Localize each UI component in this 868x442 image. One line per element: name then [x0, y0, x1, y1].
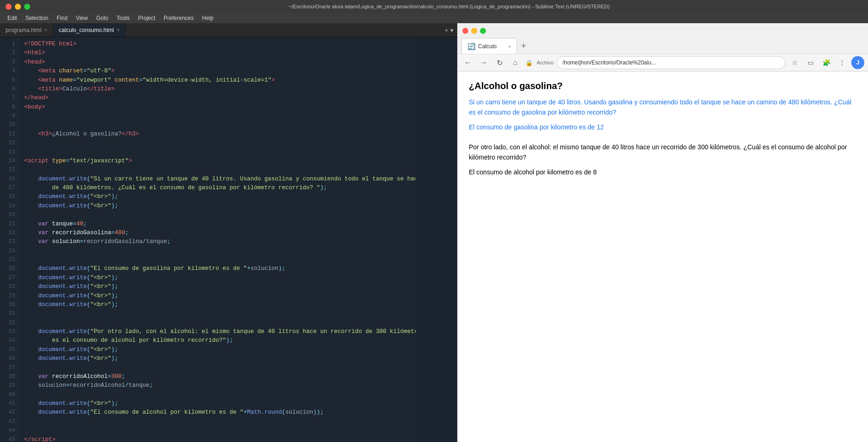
editor-tab-bar: programa.html × calculo_consumo.html × +… — [0, 23, 457, 37]
browser-toolbar: ← → ↻ ⌂ 🔒 Archivo ☆ ▭ 🧩 ⋮ J — [458, 54, 868, 71]
browser-chrome: 🔄 Calculo × + ← → ↻ ⌂ 🔒 Archivo ☆ ▭ 🧩 ⋮ … — [458, 23, 868, 71]
menu-selection[interactable]: Selection — [22, 14, 52, 22]
close-button[interactable] — [6, 4, 12, 10]
page-question1: Si un carro tiene un tanque de 40 litros… — [469, 97, 857, 118]
menu-help[interactable]: Help — [198, 14, 217, 22]
minimap — [415, 37, 457, 442]
main-container: programa.html × calculo_consumo.html × +… — [0, 23, 868, 442]
tab-calculo-html[interactable]: calculo_consumo.html × — [53, 23, 126, 37]
title-bar: ~/Escritorio/Oracle alura latam/Logica_d… — [0, 0, 868, 13]
tab-programa-html[interactable]: programa.html × — [0, 23, 53, 37]
menu-bar: Edit Selection Find View Goto Tools Proj… — [0, 13, 868, 23]
browser-max-button[interactable] — [480, 28, 486, 34]
editor-pane: programa.html × calculo_consumo.html × +… — [0, 23, 457, 442]
menu-find[interactable]: Find — [53, 14, 71, 22]
code-editor[interactable]: <!DOCTYPE html> <html> <head> <meta char… — [19, 37, 415, 442]
window-controls[interactable] — [6, 4, 30, 10]
tab-actions: + ▾ — [441, 23, 457, 37]
tab-programa-close[interactable]: × — [44, 27, 47, 32]
tab-calculo-label: calculo_consumo.html — [59, 27, 114, 33]
browser-min-button[interactable] — [471, 28, 477, 34]
browser-bookmark-button[interactable]: ☆ — [788, 56, 801, 69]
browser-tab-bar: 🔄 Calculo × + — [458, 38, 868, 54]
browser-menu-button[interactable]: ⋮ — [836, 56, 849, 69]
tab-calculo-close[interactable]: × — [117, 27, 120, 32]
minimize-button[interactable] — [15, 4, 21, 10]
browser-reload-button[interactable]: ↻ — [493, 56, 506, 69]
tab-add-icon[interactable]: + — [445, 26, 448, 34]
page-answer2: El consumo de alcohol por kilometro es d… — [469, 168, 857, 176]
tab-list-icon[interactable]: ▾ — [450, 26, 453, 34]
browser-content: ¿Alcohol o gasolina? Si un carro tiene u… — [458, 71, 868, 442]
browser-home-button[interactable]: ⌂ — [509, 56, 522, 69]
menu-project[interactable]: Project — [134, 14, 159, 22]
browser-lock-icon: 🔒 — [525, 59, 534, 66]
page-heading: ¿Alcohol o gasolina? — [469, 81, 857, 91]
browser-forward-button[interactable]: → — [477, 56, 490, 69]
window-title: ~/Escritorio/Oracle alura latam/Logica_d… — [36, 4, 862, 9]
browser-cast-button[interactable]: ▭ — [804, 56, 817, 69]
menu-view[interactable]: View — [72, 14, 91, 22]
browser-titlebar — [458, 23, 868, 38]
browser-address-input[interactable] — [557, 56, 785, 69]
tab-programa-label: programa.html — [6, 27, 41, 33]
page-answer1: El consumo de gasolina por kilometro es … — [469, 123, 857, 131]
browser-tab-favicon: 🔄 — [467, 43, 475, 50]
menu-preferences[interactable]: Preferences — [160, 14, 198, 22]
page-question2: Por otro lado, con el alcohol: el mismo … — [469, 142, 857, 163]
browser-tab-close[interactable]: × — [508, 44, 511, 49]
menu-edit[interactable]: Edit — [4, 14, 21, 22]
browser-pane: 🔄 Calculo × + ← → ↻ ⌂ 🔒 Archivo ☆ ▭ 🧩 ⋮ … — [457, 23, 868, 442]
code-area: 12345 678910 1112131415 1617181920 21222… — [0, 37, 457, 442]
browser-extensions-button[interactable]: 🧩 — [820, 56, 833, 69]
browser-tab-calculo[interactable]: 🔄 Calculo × — [461, 38, 517, 54]
browser-new-tab-button[interactable]: + — [517, 38, 530, 54]
browser-profile-button[interactable]: J — [851, 56, 864, 69]
line-numbers: 12345 678910 1112131415 1617181920 21222… — [0, 37, 19, 442]
menu-tools[interactable]: Tools — [113, 14, 133, 22]
browser-tab-label: Calculo — [478, 43, 497, 50]
browser-back-button[interactable]: ← — [461, 56, 474, 69]
browser-close-button[interactable] — [462, 28, 468, 34]
maximize-button[interactable] — [24, 4, 30, 10]
archive-label: Archivo — [537, 60, 554, 65]
menu-goto[interactable]: Goto — [92, 14, 112, 22]
